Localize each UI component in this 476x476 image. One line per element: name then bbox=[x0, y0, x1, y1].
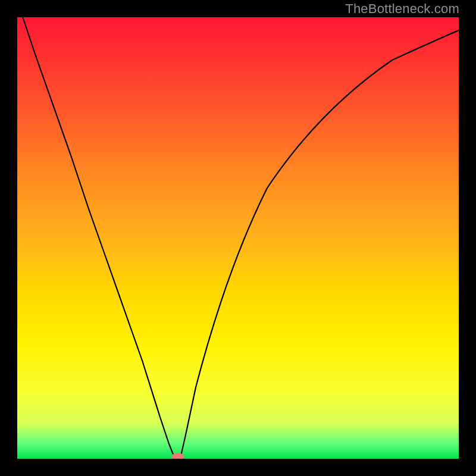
plot-area bbox=[17, 17, 459, 459]
bottleneck-curve bbox=[17, 17, 459, 459]
minimum-marker bbox=[172, 453, 184, 459]
chart-frame: TheBottleneck.com bbox=[0, 0, 476, 476]
curve-svg bbox=[17, 17, 459, 459]
watermark-text: TheBottleneck.com bbox=[345, 1, 459, 17]
